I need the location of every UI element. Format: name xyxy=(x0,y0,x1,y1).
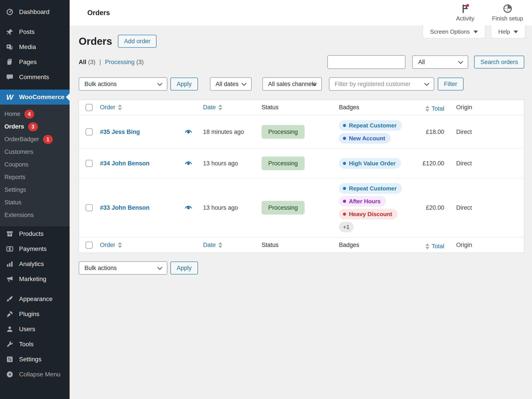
origin-column-header: Origin xyxy=(444,104,524,111)
sort-icon xyxy=(425,106,429,112)
order-link[interactable]: #33 John Benson xyxy=(100,204,150,211)
products-icon xyxy=(6,230,14,238)
users-icon xyxy=(6,325,14,333)
badge-heavy-discount: Heavy Discount xyxy=(339,209,398,219)
customer-filter-select[interactable]: Filter by registered customer xyxy=(329,77,434,91)
order-date: 18 minutes ago xyxy=(197,129,255,135)
select-all-checkbox[interactable] xyxy=(86,242,93,249)
plugins-icon xyxy=(6,310,14,318)
sidebar-item-label: Marketing xyxy=(19,276,46,283)
select-row-checkbox[interactable] xyxy=(86,204,93,211)
screen-options-tab[interactable]: Screen Options xyxy=(423,25,485,38)
sidebar-item-woocommerce[interactable]: W WooCommerce xyxy=(0,89,70,105)
select-all-checkbox[interactable] xyxy=(86,104,93,111)
apply-button[interactable]: Apply xyxy=(171,78,198,90)
activity-button[interactable]: Activity xyxy=(456,4,474,22)
sidebar-item-pages[interactable]: Pages xyxy=(0,55,70,70)
sort-by-order-header[interactable]: Order xyxy=(100,104,122,111)
sidebar-item-posts[interactable]: Posts xyxy=(0,24,70,39)
payments-icon xyxy=(6,245,14,253)
filter-button[interactable]: Filter xyxy=(438,78,463,90)
search-orders-button[interactable]: Search orders xyxy=(474,56,524,69)
settings-sliders-icon xyxy=(6,355,14,363)
comments-icon xyxy=(6,73,14,81)
sidebar-item-settings[interactable]: Settings xyxy=(0,352,70,367)
sort-icon xyxy=(218,104,222,110)
badge-dot-icon xyxy=(343,124,346,127)
top-header-bar: Orders Activity Finish setup xyxy=(70,0,532,25)
sidebar-item-appearance[interactable]: Appearance xyxy=(0,291,70,307)
sort-by-date-header[interactable]: Date xyxy=(203,104,222,111)
activity-label: Activity xyxy=(456,15,474,22)
bulk-actions-select-bottom[interactable]: Bulk actions xyxy=(79,261,167,275)
sidebar-item-label: Pages xyxy=(19,58,37,66)
sort-by-date-header[interactable]: Date xyxy=(203,242,222,248)
select-row-checkbox[interactable] xyxy=(86,160,93,167)
order-total: £18.00 xyxy=(426,129,444,135)
select-row-checkbox[interactable] xyxy=(86,128,93,135)
apply-button-bottom[interactable]: Apply xyxy=(171,262,198,274)
submenu-item-settings[interactable]: Settings xyxy=(0,184,70,196)
home-count-badge: 4 xyxy=(24,110,34,119)
sidebar-item-label: WooCommerce xyxy=(19,94,64,101)
chevron-down-icon xyxy=(514,31,518,33)
submenu-item-status[interactable]: Status xyxy=(0,196,70,209)
sidebar-item-dashboard[interactable]: Dashboard xyxy=(0,4,70,19)
submenu-item-home[interactable]: Home 4 xyxy=(0,108,70,120)
sidebar-item-comments[interactable]: Comments xyxy=(0,70,70,85)
preview-eye-icon[interactable] xyxy=(180,204,197,212)
badge-repeat-customer: Repeat Customer xyxy=(339,183,402,194)
woocommerce-icon: W xyxy=(6,93,14,101)
badge-dot-icon xyxy=(343,213,346,216)
sidebar-item-payments[interactable]: Payments xyxy=(0,241,70,256)
help-tab[interactable]: Help xyxy=(491,25,525,38)
submenu-item-customers[interactable]: Customers xyxy=(0,146,70,158)
sidebar-item-tools[interactable]: Tools xyxy=(0,337,70,352)
search-type-select[interactable]: All xyxy=(412,55,468,69)
dates-filter-select[interactable]: All dates xyxy=(210,77,252,91)
submenu-item-extensions[interactable]: Extensions xyxy=(0,209,70,222)
view-processing-link[interactable]: Processing xyxy=(105,59,135,66)
order-origin: Direct xyxy=(444,204,524,211)
view-filter-links: All (3) | Processing (3) xyxy=(79,59,144,66)
collapse-menu-button[interactable]: Collapse Menu xyxy=(0,367,70,382)
sales-channels-select[interactable]: All sales channels xyxy=(262,77,322,91)
submenu-item-orders[interactable]: Orders 3 xyxy=(0,120,70,133)
sidebar-item-users[interactable]: Users xyxy=(0,322,70,337)
view-all-link[interactable]: All xyxy=(79,59,86,66)
sidebar-item-label: Comments xyxy=(19,74,49,81)
order-row-35: #35 Jess Bing 18 minutes ago Processing … xyxy=(79,115,524,149)
bulk-actions-select[interactable]: Bulk actions xyxy=(79,77,167,91)
submenu-item-coupons[interactable]: Coupons xyxy=(0,158,70,171)
more-badges-pill[interactable]: +1 xyxy=(339,222,354,232)
submenu-item-reports[interactable]: Reports xyxy=(0,171,70,184)
collapse-menu-label: Collapse Menu xyxy=(19,371,61,378)
status-column-header: Status xyxy=(255,242,333,248)
order-link[interactable]: #34 John Benson xyxy=(100,160,150,167)
sidebar-item-label: Posts xyxy=(19,28,35,35)
preview-eye-icon[interactable] xyxy=(180,159,197,167)
sidebar-item-analytics[interactable]: Analytics xyxy=(0,256,70,272)
sidebar-item-marketing[interactable]: Marketing xyxy=(0,272,70,287)
sidebar-item-products[interactable]: Products xyxy=(0,226,70,241)
order-origin: Direct xyxy=(444,160,524,167)
order-link[interactable]: #35 Jess Bing xyxy=(100,129,140,135)
sidebar-item-label: Media xyxy=(19,44,36,51)
sort-by-total-header[interactable]: Total xyxy=(425,243,444,250)
finish-setup-button[interactable]: Finish setup xyxy=(492,4,523,22)
sort-by-total-header[interactable]: Total xyxy=(425,105,444,112)
preview-eye-icon[interactable] xyxy=(180,128,197,136)
sort-by-order-header[interactable]: Order xyxy=(100,242,122,248)
order-badges: Repeat Customer New Account xyxy=(333,115,417,149)
search-orders-input[interactable] xyxy=(327,55,405,69)
appearance-icon xyxy=(6,295,14,303)
sidebar-item-plugins[interactable]: Plugins xyxy=(0,307,70,322)
sort-icon xyxy=(118,104,122,110)
add-order-button[interactable]: Add order xyxy=(118,35,157,48)
sidebar-item-media[interactable]: Media xyxy=(0,39,70,55)
badge-dot-icon xyxy=(343,200,346,203)
submenu-item-orderbadger[interactable]: OrderBadger 1 xyxy=(0,133,70,146)
badge-new-account: New Account xyxy=(339,133,391,144)
dashboard-icon xyxy=(6,8,14,16)
order-row-33: #33 John Benson 13 hours ago Processing … xyxy=(79,178,524,237)
